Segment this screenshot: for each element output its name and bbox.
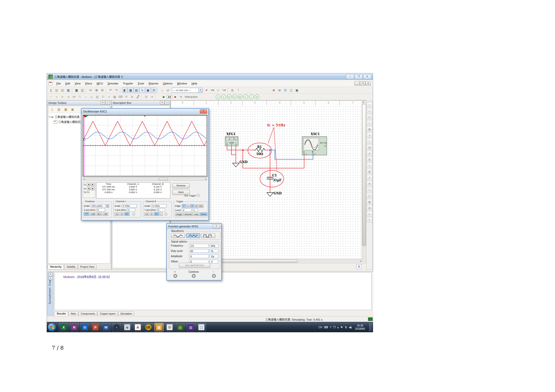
panel-close-icon[interactable]: x	[165, 101, 169, 105]
print-button[interactable]: ▩	[74, 87, 80, 93]
timebase-add-button[interactable]: Add	[90, 212, 96, 216]
open-file-button[interactable]: ▨	[54, 87, 60, 93]
panel-close-icon[interactable]: x	[105, 101, 110, 105]
tab-results[interactable]: Results	[55, 312, 68, 316]
timebase-spinner[interactable]: ▴▾	[106, 204, 109, 207]
misc-digital-group-button[interactable]: ⊔	[89, 94, 94, 100]
channel-b-connector[interactable]	[165, 213, 167, 216]
t2-right-icon[interactable]: ▶	[91, 187, 95, 190]
trigger-falling-edge-icon[interactable]: ↳	[186, 204, 190, 208]
tab-nets[interactable]: Nets	[68, 312, 78, 316]
trigger-auto-button[interactable]: Auto	[193, 213, 200, 216]
oscilloscope-title-bar[interactable]: Oscilloscope-XSC1 ✕	[82, 109, 208, 114]
save-design-icon[interactable]: ▦	[63, 107, 69, 112]
logic-converter-instrument-button[interactable]: ⇄	[367, 151, 372, 156]
mixed-group-button[interactable]: ▤	[94, 94, 100, 100]
trigger-single-button[interactable]: Single	[175, 213, 183, 216]
iv-analyzer-instrument-button[interactable]: ∿	[367, 163, 372, 168]
back-annotate-button[interactable]: ↩	[215, 87, 221, 93]
show-breadboard-button[interactable]: ⌂	[159, 87, 165, 93]
amplitude-input[interactable]: 6	[189, 254, 209, 258]
scope-scrollbar[interactable]: ◂ ▸	[83, 177, 207, 180]
probe-voltage-button[interactable]: V	[216, 95, 220, 99]
run-simulation-button[interactable]: ▶	[161, 94, 167, 100]
channel-b-ypos-input[interactable]: 0	[157, 208, 165, 212]
forward-annotate-to-layout-button[interactable]: ↪▾	[221, 87, 227, 93]
redo-button[interactable]: ↷	[114, 87, 119, 93]
power-group-button[interactable]: ≡	[106, 94, 112, 100]
tab-visibility[interactable]: Visibility	[64, 265, 78, 269]
menu-transfer[interactable]: Transfer	[121, 81, 136, 86]
tree-collapse-icon[interactable]: ⊟	[49, 115, 51, 118]
fullscreen-button[interactable]: ▣	[294, 87, 300, 93]
help-button[interactable]: ?	[235, 87, 241, 93]
taskbar-winrar-icon[interactable]: ▤	[175, 323, 185, 331]
t2-left-icon[interactable]: ◀	[87, 187, 91, 190]
plus-terminal[interactable]	[173, 274, 177, 278]
probe-settings-button[interactable]: ⚙	[255, 95, 259, 99]
channel-a-ac-button[interactable]: AC	[115, 212, 120, 216]
taskbar-word-icon[interactable]: W	[101, 323, 111, 331]
print-preview-button[interactable]: ◫	[80, 87, 85, 93]
current-clamp-instrument-button[interactable]: ✎	[367, 217, 372, 223]
ground-symbol[interactable]	[232, 163, 239, 167]
agilent-function-generator-instrument-button[interactable]: ▭	[367, 187, 372, 192]
agilent-oscilloscope-instrument-button[interactable]: ▦	[367, 199, 372, 204]
tab-hierarchy[interactable]: Hierarchy	[48, 265, 64, 269]
taskbar-multisim-icon[interactable]: ▦	[154, 323, 164, 331]
window-switch-icon[interactable]: ❐	[333, 326, 335, 329]
common-terminal[interactable]	[192, 274, 196, 278]
toggle-description-box-button[interactable]: ▣	[145, 87, 151, 93]
transistor-group-button[interactable]: ⊲	[65, 94, 71, 100]
ttl-group-button[interactable]: ⊓	[77, 94, 83, 100]
capacitor-value[interactable]: 31µF	[273, 178, 281, 182]
in-use-list-dropdown[interactable]: --- In-Use List ---▼	[172, 88, 203, 93]
offset-unit[interactable]: V	[210, 260, 218, 263]
trigger-ext-button[interactable]: Ext	[198, 204, 203, 208]
menu-file[interactable]: File	[54, 81, 63, 86]
tab-project-view[interactable]: Project View	[78, 265, 96, 269]
advanced-peripherals-group-button[interactable]: ⌨	[118, 94, 123, 100]
channel-b-dc-button[interactable]: DC	[154, 212, 159, 216]
taskbar-notepad-icon[interactable]: ▢	[197, 323, 206, 331]
function-generator-instrument-button[interactable]: ▭	[367, 108, 372, 114]
network-analyzer-instrument-button[interactable]: ⊞	[367, 181, 372, 186]
channel-b-0-button[interactable]: 0	[150, 212, 153, 216]
tab-components[interactable]: Components	[78, 312, 97, 316]
timebase-xpos-input[interactable]: 0	[96, 208, 105, 212]
zoom-area-button[interactable]: ⊡	[282, 87, 288, 93]
find-button[interactable]: ⊙	[229, 87, 235, 93]
logic-analyzer-instrument-button[interactable]: ▥	[367, 157, 372, 162]
labview-instrument-instrument-button[interactable]: ▸	[367, 211, 372, 217]
hierarchical-block-button[interactable]: ⊞	[143, 94, 149, 100]
trigger-a-button[interactable]: A	[191, 204, 194, 208]
probe-voltage-gain-button[interactable]: AV	[238, 95, 243, 99]
open-sample-button[interactable]: ▧	[60, 87, 65, 93]
title-bar[interactable]: 三角波输入模拟仿真 - Multisim - [三角波输入模拟仿真 *] — ❐…	[47, 73, 373, 80]
network-icon[interactable]: ⇅	[345, 326, 347, 329]
probe-digital-button[interactable]: n	[249, 95, 254, 99]
resistor-ref[interactable]: R1	[257, 145, 262, 149]
menu-edit[interactable]: Edit	[63, 81, 72, 86]
close-button[interactable]: ✕	[363, 74, 371, 79]
cmos-group-button[interactable]: ⌂	[83, 94, 89, 100]
function-generator-title-bar[interactable]: Function generator-XFG1 ✕	[167, 224, 221, 229]
menu-mcu[interactable]: MCU	[94, 81, 105, 86]
distortion-analyzer-instrument-button[interactable]: ▧	[367, 169, 372, 174]
mdi-restore-button[interactable]: ❐	[360, 81, 365, 85]
timebase-y-t-button[interactable]: Y/T	[84, 212, 89, 216]
keyboard-indicator-icon[interactable]: ⌨	[324, 326, 328, 329]
copy-button[interactable]: ⧉	[94, 87, 99, 93]
probe-current-button[interactable]: A	[221, 95, 226, 99]
frequency-counter-instrument-button[interactable]: ⌗	[367, 139, 372, 144]
channel-b-ac-button[interactable]: AC	[144, 212, 149, 216]
taskbar-firefox-icon[interactable]: ◗	[112, 323, 121, 331]
bus-button[interactable]: ≋	[149, 94, 155, 100]
function-generator-close-icon[interactable]: ✕	[213, 224, 220, 228]
resize-grip[interactable]: .::	[218, 277, 221, 280]
t1-right-icon[interactable]: ▶	[91, 183, 95, 186]
probe-voltage-neg-button[interactable]: V-	[244, 95, 248, 99]
save-file-button[interactable]: ▦	[65, 87, 71, 93]
rf-group-button[interactable]: Ψ	[123, 94, 129, 100]
undo-button[interactable]: ↶	[108, 87, 114, 93]
